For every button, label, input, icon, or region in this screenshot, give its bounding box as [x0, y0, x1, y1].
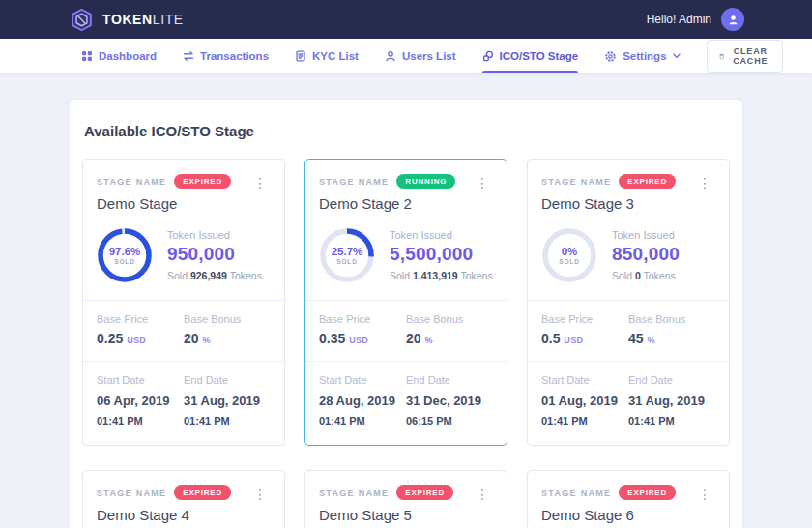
sold-tokens-line: Sold 0 Tokens [612, 270, 680, 281]
token-issued-label: Token Issued [167, 229, 262, 241]
tokens-suffix: Tokens [644, 270, 676, 281]
brand-name-bold: TOKEN [102, 12, 153, 27]
end-date-label: End Date [628, 374, 710, 386]
sold-percent-caption: SOLD [559, 258, 580, 265]
start-date-text: 28 Aug, 2019 [319, 394, 395, 408]
base-price-unit: USD [564, 336, 583, 345]
users-list-icon [385, 50, 396, 62]
nav-users-list[interactable]: Users List [385, 39, 456, 73]
user-avatar[interactable] [721, 8, 744, 31]
sold-percent-value: 0% [562, 246, 578, 257]
base-price-label: Base Price [319, 313, 400, 325]
base-bonus-number: 45 [628, 331, 644, 346]
stage-name-label: STAGE NAME [541, 177, 611, 187]
stage-name-label: STAGE NAME [541, 488, 611, 498]
end-date-label: End Date [406, 374, 487, 386]
nav-kyc-list[interactable]: KYC List [295, 39, 359, 73]
sold-percent-donut: 97.6% SOLD [97, 227, 153, 283]
more-options-icon[interactable]: ⋮ [472, 174, 493, 191]
end-date-text: 31 Aug, 2019 [184, 394, 260, 408]
stage-title: Demo Stage 4 [97, 507, 231, 523]
base-bonus-value: 20 % [406, 331, 487, 346]
kyc-list-icon [295, 50, 306, 62]
trash-icon [719, 51, 724, 62]
start-date-label: Start Date [319, 374, 400, 386]
more-options-icon[interactable]: ⋮ [694, 174, 715, 191]
base-price-unit: USD [127, 336, 146, 345]
stage-name-label: STAGE NAME [97, 488, 166, 498]
base-price-label: Base Price [97, 313, 178, 325]
dashboard-icon [81, 50, 93, 62]
sold-tokens-value: 1,413,919 [413, 270, 458, 281]
more-options-icon[interactable]: ⋮ [249, 174, 271, 191]
more-options-icon[interactable]: ⋮ [472, 485, 493, 503]
nav-kyc-list-label: KYC List [312, 50, 359, 62]
tokenlite-logo-icon [70, 8, 94, 32]
stage-status-badge: EXPIRED [174, 485, 231, 500]
sold-percent-value: 97.6% [109, 246, 141, 257]
brand-logo[interactable]: TOKENLITE [70, 8, 184, 32]
start-date-label: Start Date [97, 374, 178, 386]
base-price-value: 0.5 USD [541, 331, 623, 346]
stage-name-label: STAGE NAME [319, 177, 389, 187]
nav-ico-sto-stage[interactable]: ICO/STO Stage [482, 39, 579, 73]
user-icon [727, 14, 740, 26]
base-bonus-unit: % [647, 336, 654, 345]
sold-prefix: Sold [612, 270, 632, 281]
end-date-text: 31 Aug, 2019 [628, 394, 705, 408]
stage-card: STAGE NAME RUNNING Demo Stage 2 ⋮ 25.7% … [304, 159, 508, 446]
end-time-text: 06:15 PM [406, 415, 452, 426]
stage-name-label: STAGE NAME [319, 488, 389, 498]
base-bonus-unit: % [202, 336, 210, 345]
nav-ico-sto-stage-label: ICO/STO Stage [500, 50, 579, 62]
token-issued-label: Token Issued [612, 229, 680, 241]
stage-name-label: STAGE NAME [97, 177, 166, 187]
stage-title: Demo Stage 5 [319, 507, 453, 523]
sold-tokens-value: 926,949 [190, 270, 227, 281]
more-options-icon[interactable]: ⋮ [249, 485, 271, 503]
chevron-down-icon [673, 53, 681, 59]
token-issued-value: 950,000 [167, 244, 262, 265]
end-date-text: 31 Dec, 2019 [406, 394, 481, 408]
stage-card: STAGE NAME EXPIRED Demo Stage ⋮ 97.6% SO… [82, 159, 285, 446]
start-date-text: 01 Aug, 2019 [541, 394, 618, 408]
brand-name-light: LITE [153, 12, 184, 27]
nav-transactions[interactable]: Transactions [183, 39, 269, 73]
nav-dashboard-label: Dashboard [99, 50, 157, 62]
token-issued-value: 5,500,000 [390, 244, 493, 265]
tokens-suffix: Tokens [460, 270, 492, 281]
end-time-text: 01:41 PM [628, 415, 675, 426]
base-price-number: 0.25 [97, 331, 123, 346]
sold-prefix: Sold [167, 270, 188, 281]
start-date-label: Start Date [541, 374, 623, 386]
stage-card: STAGE NAME EXPIRED Demo Stage 3 ⋮ 0% SOL… [527, 159, 730, 446]
base-bonus-label: Base Bonus [628, 313, 710, 325]
start-time-text: 01:41 PM [97, 415, 143, 426]
stage-status-badge: EXPIRED [174, 174, 231, 189]
sold-tokens-line: Sold 1,413,919 Tokens [390, 270, 493, 281]
tokens-suffix: Tokens [230, 270, 262, 281]
base-bonus-unit: % [424, 336, 432, 345]
nav-transactions-label: Transactions [200, 50, 269, 62]
stage-card: STAGE NAME EXPIRED Demo Stage 5 ⋮ 0% SOL… [304, 470, 508, 528]
base-price-value: 0.25 USD [97, 331, 178, 346]
stage-card: STAGE NAME EXPIRED Demo Stage 4 ⋮ 0% SOL… [82, 470, 285, 528]
start-date-value: 06 Apr, 2019 01:41 PM [97, 392, 178, 430]
base-price-value: 0.35 USD [319, 331, 400, 346]
clear-cache-button[interactable]: CLEAR CACHE [707, 40, 783, 73]
base-bonus-label: Base Bonus [184, 313, 265, 325]
token-issued-label: Token Issued [390, 229, 493, 241]
end-date-value: 31 Aug, 2019 01:41 PM [628, 392, 710, 430]
stage-status-badge: EXPIRED [619, 174, 676, 189]
nav-dashboard[interactable]: Dashboard [81, 39, 157, 73]
start-time-text: 01:41 PM [319, 415, 365, 426]
content-panel: Available ICO/STO Stage STAGE NAME EXPIR… [70, 100, 742, 528]
nav-users-list-label: Users List [402, 50, 456, 62]
sold-percent-caption: SOLD [114, 258, 135, 265]
stage-grid: STAGE NAME EXPIRED Demo Stage ⋮ 97.6% SO… [82, 159, 730, 528]
more-options-icon[interactable]: ⋮ [694, 485, 715, 503]
base-price-number: 0.35 [319, 331, 345, 346]
topbar: TOKENLITE Hello! Admin [0, 0, 812, 39]
transactions-icon [183, 50, 194, 62]
nav-settings[interactable]: Settings [604, 39, 680, 73]
